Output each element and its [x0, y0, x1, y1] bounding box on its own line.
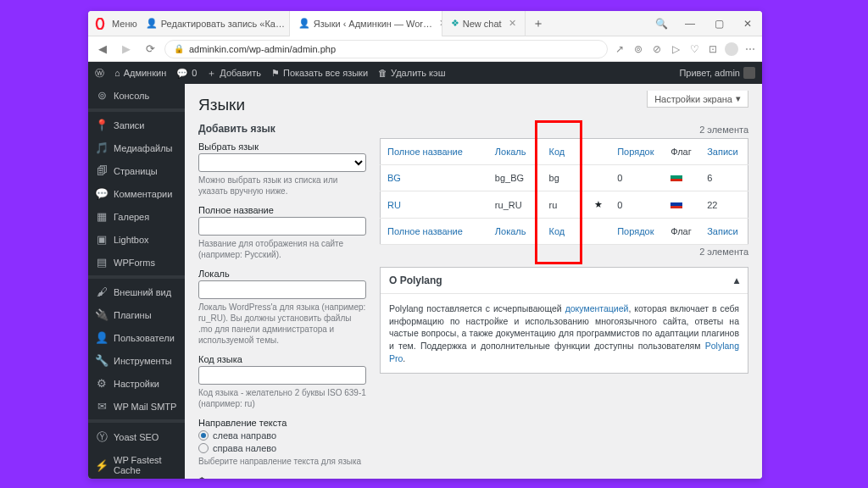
toggle-icon[interactable]: ▴ — [734, 274, 739, 286]
flag-label: Флаг — [198, 475, 366, 479]
code-input[interactable] — [198, 366, 366, 385]
shield-icon[interactable]: ⊘ — [650, 43, 664, 55]
maximize-button[interactable]: ▢ — [704, 13, 733, 35]
col-posts[interactable]: Записи — [700, 139, 748, 165]
menu-gallery[interactable]: ▦Галерея — [88, 205, 185, 228]
more-icon[interactable]: ⋯ — [743, 43, 757, 55]
menu-mailsmtp[interactable]: ✉WP Mail SMTP — [88, 395, 185, 418]
content-area: Настройки экрана ▾ Языки Добавить язык В… — [185, 84, 762, 479]
doc-link[interactable]: документацией — [565, 303, 629, 313]
col-name[interactable]: Полное название — [381, 219, 488, 245]
gallery-icon: ▦ — [95, 210, 108, 223]
back-button[interactable]: ◀ — [93, 42, 112, 55]
flag-bg-icon — [670, 173, 682, 181]
opera-menu-button[interactable] — [88, 12, 112, 36]
send-icon[interactable]: ↗ — [613, 43, 626, 55]
direction-label: Направление текста — [198, 418, 366, 428]
about-polylang-box: О Polylang ▴ Polylang поставляется с исч… — [380, 267, 748, 374]
wp-admin-bar: ⓦ ⌂ Админкин 💬 0 ＋ Добавить ⚑ Показать в… — [88, 62, 762, 84]
play-icon[interactable]: ▷ — [669, 43, 682, 55]
browser-tab[interactable]: 👤Языки ‹ Админкин — Wor…✕ — [290, 11, 442, 36]
radio-icon — [198, 443, 209, 453]
wp-logo[interactable]: ⓦ — [95, 67, 104, 80]
profile-avatar[interactable] — [725, 42, 738, 56]
download-icon[interactable]: ⊡ — [706, 43, 720, 55]
clear-cache[interactable]: 🗑 Удалить кэш — [378, 68, 445, 78]
col-order[interactable]: Порядок — [610, 219, 664, 245]
search-icon[interactable]: 🔍 — [647, 13, 676, 35]
my-account[interactable]: Привет, admin — [679, 67, 755, 79]
forward-button[interactable]: ▶ — [117, 42, 136, 55]
comments-link[interactable]: 💬 0 — [176, 68, 197, 79]
person-icon: 👤 — [146, 18, 158, 29]
col-order[interactable]: Порядок — [610, 139, 664, 165]
show-all-langs[interactable]: ⚑ Показать все языки — [271, 68, 368, 79]
col-code[interactable]: Код — [542, 139, 587, 165]
address-bar: ◀ ▶ ⟳ 🔒 adminkin.com/wp-admin/admin.php … — [88, 36, 762, 62]
col-locale[interactable]: Локаль — [488, 219, 542, 245]
lang-name-link[interactable]: RU — [387, 200, 401, 210]
browser-tab[interactable]: 👤Редактировать запись «Ка…✕ — [137, 11, 290, 36]
pin-icon: 📍 — [95, 119, 108, 131]
plugin-icon: 🔌 — [95, 308, 108, 321]
menu-lightbox[interactable]: ▣Lightbox — [88, 228, 185, 251]
fullname-desc: Название для отображения на сайте (напри… — [198, 238, 366, 260]
menu-label[interactable]: Меню — [112, 19, 137, 29]
screen-options-toggle[interactable]: Настройки экрана ▾ — [647, 91, 748, 108]
reload-button[interactable]: ⟳ — [141, 42, 159, 55]
wrench-icon: 🔧 — [95, 354, 108, 367]
site-link[interactable]: ⌂ Админкин — [114, 68, 166, 78]
chevron-down-icon: ▾ — [736, 93, 741, 104]
lang-name-link[interactable]: BG — [387, 173, 401, 183]
minimize-button[interactable]: — — [676, 13, 704, 35]
camera-icon[interactable]: ⊚ — [632, 43, 645, 55]
menu-comments[interactable]: 💬Комментарии — [88, 182, 185, 205]
close-icon[interactable]: ✕ — [509, 18, 516, 29]
add-new-link[interactable]: ＋ Добавить — [207, 67, 261, 80]
table-row[interactable]: RU ru_RU ru ★ 0 22 — [381, 191, 748, 219]
form-icon: ▤ — [95, 256, 108, 269]
table-row[interactable]: BG bg_BG bg 0 6 — [381, 165, 748, 191]
menu-media[interactable]: 🎵Медиафайлы — [88, 136, 185, 159]
menu-settings[interactable]: ⚙Настройки — [88, 372, 185, 395]
col-name[interactable]: Полное название — [381, 139, 488, 165]
col-locale[interactable]: Локаль — [488, 139, 542, 165]
direction-rtl[interactable]: справа налево — [198, 443, 366, 453]
menu-dashboard[interactable]: ⊚Консоль — [88, 84, 185, 107]
menu-posts[interactable]: 📍Записи — [88, 114, 185, 136]
about-text: Polylang поставляется с исчерпывающей до… — [381, 294, 748, 373]
menu-yoast[interactable]: ⓎYoast SEO — [88, 424, 185, 450]
url-field[interactable]: 🔒 adminkin.com/wp-admin/admin.php — [164, 40, 608, 58]
heart-icon[interactable]: ♡ — [687, 43, 701, 55]
menu-users[interactable]: 👤Пользователи — [88, 326, 185, 349]
lock-icon: 🔒 — [174, 44, 184, 53]
items-count-bottom: 2 элемента — [380, 247, 748, 257]
locale-input[interactable] — [198, 280, 366, 299]
comment-icon: 💬 — [95, 187, 108, 200]
choose-lang-desc: Можно выбрать язык из списка или указать… — [198, 175, 366, 197]
chat-icon: ❖ — [451, 18, 459, 29]
choose-lang-select[interactable] — [198, 153, 366, 172]
person-icon: 👤 — [298, 18, 310, 29]
menu-pages[interactable]: 🗐Страницы — [88, 159, 185, 182]
cache-icon: ⚡ — [95, 459, 108, 472]
new-tab-button[interactable]: ＋ — [526, 11, 551, 36]
menu-tools[interactable]: 🔧Инструменты — [88, 349, 185, 372]
col-flag: Флаг — [664, 139, 700, 165]
col-posts[interactable]: Записи — [700, 219, 748, 245]
admin-menu: ⊚Консоль 📍Записи 🎵Медиафайлы 🗐Страницы 💬… — [88, 84, 185, 479]
about-title: О Polylang — [389, 274, 442, 286]
menu-fastestcache[interactable]: ⚡WP Fastest Cache — [88, 450, 185, 479]
flag-ru-icon — [670, 200, 682, 208]
direction-ltr[interactable]: слева направо — [198, 430, 366, 441]
fullname-input[interactable] — [198, 217, 366, 236]
menu-plugins[interactable]: 🔌Плагины — [88, 303, 185, 326]
menu-wpforms[interactable]: ▤WPForms — [88, 251, 185, 274]
menu-appearance[interactable]: 🖌Внешний вид — [88, 280, 185, 303]
choose-lang-label: Выбрать язык — [198, 141, 366, 152]
gear-icon: ⚙ — [95, 377, 108, 390]
col-code[interactable]: Код — [542, 219, 587, 245]
close-button[interactable]: ✕ — [733, 13, 762, 35]
browser-tab[interactable]: ❖New chat✕ — [442, 11, 526, 36]
dashboard-icon: ⊚ — [95, 89, 108, 102]
